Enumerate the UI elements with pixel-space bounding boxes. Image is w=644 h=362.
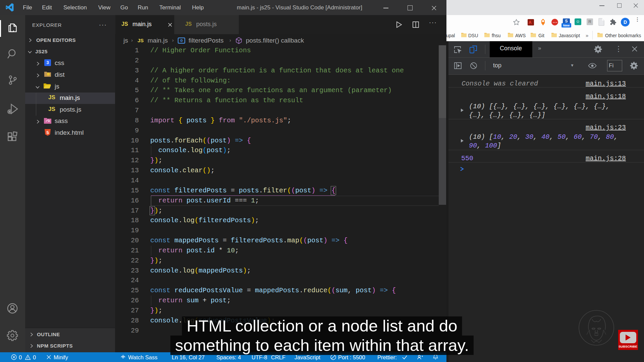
svg-text:5: 5 <box>46 130 49 135</box>
